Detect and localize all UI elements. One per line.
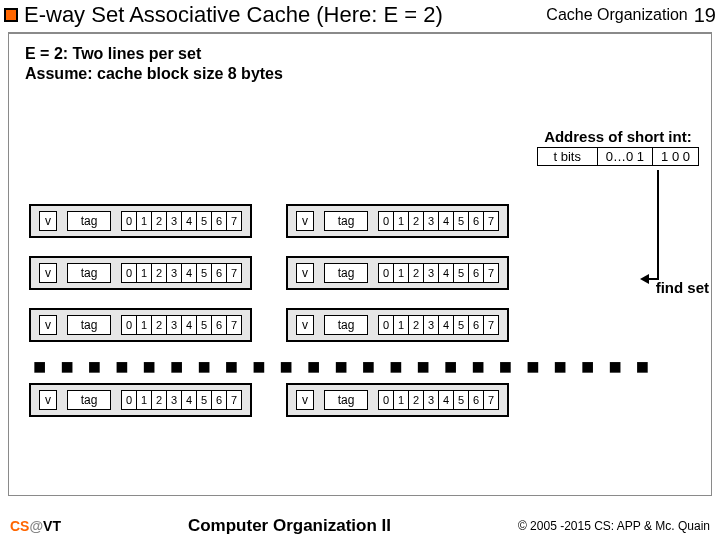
cache-line: v tag 0 1 2 3 4 5 6 7 [29, 308, 252, 342]
valid-bit: v [296, 390, 314, 410]
byte-cell: 2 [151, 390, 167, 410]
byte-cell: 1 [136, 390, 152, 410]
address-tag-field: t bits [537, 148, 597, 166]
tag-field: tag [324, 315, 368, 335]
byte-cell: 0 [121, 390, 137, 410]
course-at: @ [29, 518, 43, 534]
assumption-line: Assume: cache block size 8 bytes [25, 64, 695, 84]
byte-cell: 7 [226, 211, 242, 231]
slide-page-number: 19 [694, 4, 716, 27]
tag-field: tag [324, 390, 368, 410]
byte-cell: 5 [196, 263, 212, 283]
byte-cell: 0 [378, 315, 394, 335]
byte-cell: 2 [151, 315, 167, 335]
byte-cell: 2 [408, 390, 424, 410]
data-bytes: 0 1 2 3 4 5 6 7 [378, 211, 499, 231]
footer-title: Computer Organization II [61, 516, 518, 536]
byte-cell: 0 [121, 211, 137, 231]
slide-title: E-way Set Associative Cache (Here: E = 2… [24, 2, 546, 28]
byte-cell: 7 [483, 263, 499, 283]
cache-set: v tag 0 1 2 3 4 5 6 7 v [29, 204, 651, 238]
address-blockoffset-field: 1 0 0 [653, 148, 699, 166]
byte-cell: 0 [378, 211, 394, 231]
byte-cell: 3 [423, 263, 439, 283]
cache-sets: v tag 0 1 2 3 4 5 6 7 v [29, 204, 651, 435]
find-set-label: find set [656, 279, 709, 296]
cache-line: v tag 0 1 2 3 4 5 6 7 [29, 204, 252, 238]
slide-footer: CS@VT Computer Organization II © 2005 -2… [0, 516, 720, 536]
address-label: Address of short int: [537, 128, 699, 145]
assumptions: E = 2: Two lines per set Assume: cache b… [25, 44, 695, 84]
slide-body: E = 2: Two lines per set Assume: cache b… [8, 32, 712, 496]
byte-cell: 3 [166, 211, 182, 231]
byte-cell: 4 [438, 263, 454, 283]
byte-cell: 2 [408, 263, 424, 283]
byte-cell: 6 [211, 211, 227, 231]
valid-bit: v [296, 315, 314, 335]
data-bytes: 0 1 2 3 4 5 6 7 [378, 315, 499, 335]
byte-cell: 4 [181, 390, 197, 410]
tag-field: tag [324, 263, 368, 283]
valid-bit: v [296, 263, 314, 283]
valid-bit: v [296, 211, 314, 231]
byte-cell: 7 [483, 211, 499, 231]
byte-cell: 1 [136, 315, 152, 335]
tag-field: tag [324, 211, 368, 231]
byte-cell: 7 [226, 263, 242, 283]
byte-cell: 4 [438, 315, 454, 335]
byte-cell: 5 [196, 211, 212, 231]
byte-cell: 6 [211, 315, 227, 335]
cache-set: v tag 0 1 2 3 4 5 6 7 v [29, 383, 651, 417]
slide-header: E-way Set Associative Cache (Here: E = 2… [0, 0, 720, 32]
address-setindex-field: 0…0 1 [597, 148, 652, 166]
byte-cell: 3 [166, 263, 182, 283]
course-vt: VT [43, 518, 61, 534]
byte-cell: 4 [181, 315, 197, 335]
byte-cell: 1 [393, 211, 409, 231]
byte-cell: 4 [438, 211, 454, 231]
byte-cell: 4 [181, 263, 197, 283]
cache-line: v tag 0 1 2 3 4 5 6 7 [286, 256, 509, 290]
byte-cell: 0 [121, 263, 137, 283]
course-cs: CS [10, 518, 29, 534]
byte-cell: 6 [468, 211, 484, 231]
byte-cell: 0 [378, 263, 394, 283]
byte-cell: 3 [423, 315, 439, 335]
byte-cell: 6 [468, 263, 484, 283]
byte-cell: 2 [151, 263, 167, 283]
data-bytes: 0 1 2 3 4 5 6 7 [121, 390, 242, 410]
byte-cell: 7 [226, 315, 242, 335]
cache-line: v tag 0 1 2 3 4 5 6 7 [286, 383, 509, 417]
byte-cell: 5 [453, 211, 469, 231]
byte-cell: 3 [423, 211, 439, 231]
tag-field: tag [67, 211, 111, 231]
byte-cell: 7 [483, 315, 499, 335]
cache-line: v tag 0 1 2 3 4 5 6 7 [286, 308, 509, 342]
byte-cell: 6 [468, 315, 484, 335]
data-bytes: 0 1 2 3 4 5 6 7 [378, 263, 499, 283]
cache-line: v tag 0 1 2 3 4 5 6 7 [286, 204, 509, 238]
byte-cell: 6 [211, 263, 227, 283]
valid-bit: v [39, 263, 57, 283]
cache-line: v tag 0 1 2 3 4 5 6 7 [29, 256, 252, 290]
ellipsis-icon: ■ ■ ■ ■ ■ ■ ■ ■ ■ ■ ■ ■ ■ ■ ■ ■ ■ ■ ■ ■ … [33, 360, 651, 373]
tag-field: tag [67, 263, 111, 283]
byte-cell: 0 [121, 315, 137, 335]
byte-cell: 2 [408, 315, 424, 335]
byte-cell: 5 [453, 390, 469, 410]
address-block: Address of short int: t bits 0…0 1 1 0 0 [537, 128, 699, 166]
cache-set: v tag 0 1 2 3 4 5 6 7 v [29, 308, 651, 342]
tag-field: tag [67, 390, 111, 410]
bullet-icon [4, 8, 18, 22]
tag-field: tag [67, 315, 111, 335]
byte-cell: 2 [151, 211, 167, 231]
course-logo: CS@VT [10, 518, 61, 534]
assumption-line: E = 2: Two lines per set [25, 44, 695, 64]
byte-cell: 7 [226, 390, 242, 410]
byte-cell: 2 [408, 211, 424, 231]
byte-cell: 7 [483, 390, 499, 410]
cache-set: v tag 0 1 2 3 4 5 6 7 v [29, 256, 651, 290]
slide-category: Cache Organization [546, 6, 687, 24]
data-bytes: 0 1 2 3 4 5 6 7 [121, 211, 242, 231]
byte-cell: 4 [438, 390, 454, 410]
